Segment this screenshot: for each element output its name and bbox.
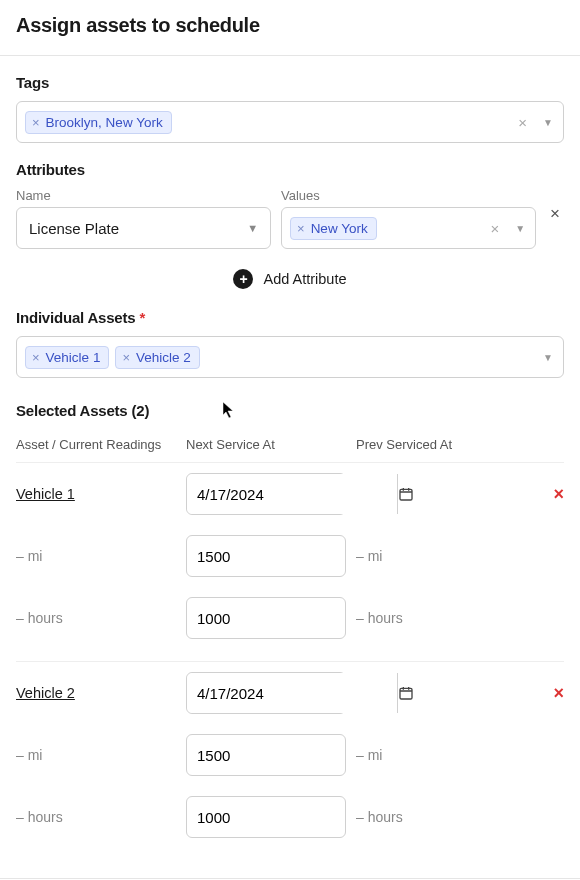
tags-label: Tags (16, 74, 564, 91)
required-asterisk: * (139, 309, 145, 326)
col-next: Next Service At (186, 437, 356, 452)
remove-asset-button[interactable]: × (553, 683, 564, 704)
asset-link[interactable]: Vehicle 2 (16, 685, 75, 701)
individual-assets-input[interactable]: × Vehicle 1 × Vehicle 2 ▼ (16, 336, 564, 378)
svg-rect-1 (400, 688, 412, 699)
add-attribute-label: Add Attribute (263, 271, 346, 287)
date-input-wrap (186, 473, 346, 515)
mi-prev: – mi (356, 548, 496, 564)
hours-prev: – hours (356, 610, 496, 626)
chip-remove-icon[interactable]: × (297, 222, 305, 235)
asset-chip[interactable]: × Vehicle 2 (115, 346, 199, 369)
asset-chip[interactable]: × Vehicle 1 (25, 346, 109, 369)
clear-icon[interactable]: × (512, 114, 533, 131)
asset-block: Vehicle 1 × – mi – mi – hours – hours (16, 463, 564, 662)
asset-block: Vehicle 2 × – mi – mi – hours – hours (16, 662, 564, 860)
plus-circle-icon: + (233, 269, 253, 289)
caret-down-icon[interactable]: ▼ (539, 117, 555, 128)
mi-current: – mi (16, 548, 186, 564)
attr-values-label: Values (281, 188, 536, 203)
mi-next-input[interactable] (186, 734, 346, 776)
mi-prev: – mi (356, 747, 496, 763)
chip-remove-icon[interactable]: × (32, 351, 40, 364)
chip-label: Brooklyn, New York (46, 115, 163, 130)
svg-rect-0 (400, 489, 412, 500)
page-title: Assign assets to schedule (16, 14, 564, 37)
attr-name-label: Name (16, 188, 271, 203)
add-attribute-button[interactable]: + Add Attribute (16, 269, 564, 289)
attr-name-value: License Plate (29, 220, 119, 237)
date-input-wrap (186, 672, 346, 714)
remove-attribute-button[interactable]: × (546, 204, 564, 234)
tag-chip[interactable]: × Brooklyn, New York (25, 111, 172, 134)
tags-input[interactable]: × Brooklyn, New York × ▼ (16, 101, 564, 143)
date-picker-button[interactable] (397, 474, 414, 514)
individual-assets-label: Individual Assets* (16, 309, 564, 326)
chip-remove-icon[interactable]: × (32, 116, 40, 129)
hours-current: – hours (16, 610, 186, 626)
caret-down-icon: ▼ (247, 222, 258, 234)
attr-name-select[interactable]: License Plate ▼ (16, 207, 271, 249)
chip-remove-icon[interactable]: × (122, 351, 130, 364)
hours-current: – hours (16, 809, 186, 825)
date-picker-button[interactable] (397, 673, 414, 713)
next-service-date-input[interactable] (187, 474, 397, 514)
calendar-icon (398, 486, 414, 502)
calendar-icon (398, 685, 414, 701)
remove-asset-button[interactable]: × (553, 484, 564, 505)
col-asset: Asset / Current Readings (16, 437, 186, 452)
selected-assets-label: Selected Assets (2) (16, 402, 564, 419)
next-service-date-input[interactable] (187, 673, 397, 713)
chip-label: New York (311, 221, 368, 236)
mi-current: – mi (16, 747, 186, 763)
asset-link[interactable]: Vehicle 1 (16, 486, 75, 502)
hours-next-input[interactable] (186, 796, 346, 838)
table-header: Asset / Current Readings Next Service At… (16, 429, 564, 463)
caret-down-icon[interactable]: ▼ (511, 223, 527, 234)
clear-icon[interactable]: × (484, 220, 505, 237)
chip-label: Vehicle 2 (136, 350, 191, 365)
hours-next-input[interactable] (186, 597, 346, 639)
col-prev: Prev Serviced At (356, 437, 496, 452)
hours-prev: – hours (356, 809, 496, 825)
attributes-label: Attributes (16, 161, 564, 178)
attr-values-input[interactable]: × New York × ▼ (281, 207, 536, 249)
caret-down-icon[interactable]: ▼ (539, 352, 555, 363)
mi-next-input[interactable] (186, 535, 346, 577)
chip-label: Vehicle 1 (46, 350, 101, 365)
value-chip[interactable]: × New York (290, 217, 377, 240)
